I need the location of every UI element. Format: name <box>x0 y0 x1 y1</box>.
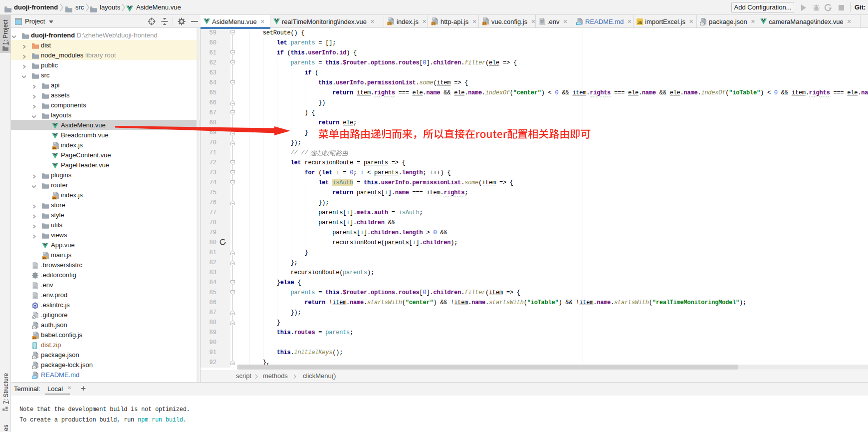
svg-text:{·}: {·} <box>32 326 37 329</box>
svg-text:JS: JS <box>32 336 36 339</box>
svg-text:MD: MD <box>32 376 36 379</box>
svg-text:JS: JS <box>638 20 642 24</box>
svg-text:{·}: {·} <box>32 356 37 359</box>
svg-text:JS: JS <box>388 22 391 25</box>
svg-text:MD: MD <box>577 22 581 25</box>
svg-text:{·}: {·} <box>32 366 37 369</box>
svg-text:JS: JS <box>432 22 435 25</box>
svg-text:JS: JS <box>42 256 46 259</box>
svg-text:JS: JS <box>482 22 486 25</box>
svg-text:JS: JS <box>52 196 56 199</box>
svg-text:{·}: {·} <box>700 22 705 25</box>
